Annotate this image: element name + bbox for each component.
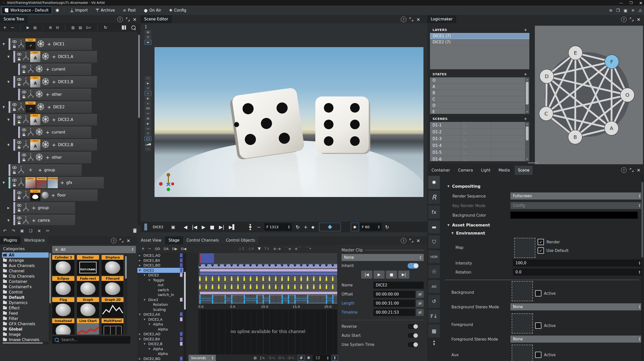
keyframe-marker-icon[interactable]: ▼▲ bbox=[249, 224, 251, 230]
tree-row-box[interactable]: YZXCasterReceiverGI Settings+gfx bbox=[9, 177, 104, 188]
categories-scrollbar[interactable] bbox=[49, 252, 51, 341]
chevron-right-icon[interactable]: ▶ bbox=[7, 206, 10, 210]
workspace-gear-icon[interactable]: ✱ bbox=[55, 8, 59, 13]
state-node-A[interactable]: A bbox=[604, 121, 619, 135]
close-panel-icon[interactable]: × bbox=[637, 18, 640, 21]
chevron-right-icon[interactable]: ▶ bbox=[139, 264, 141, 267]
stage-tree-row[interactable]: ▼Alpha bbox=[137, 322, 163, 327]
title-area-icon[interactable]: T bbox=[145, 132, 151, 136]
bounding-box-icon[interactable]: ⣏⣹ bbox=[145, 137, 151, 141]
keyframe[interactable] bbox=[212, 286, 213, 289]
chevron-down-icon[interactable]: ▼ bbox=[144, 318, 145, 321]
stage-tree-row[interactable]: ▶DICE1,BO bbox=[137, 263, 160, 268]
timeline-tracks[interactable] bbox=[199, 253, 337, 304]
expand-panel-icon[interactable] bbox=[630, 168, 633, 172]
material-wheel-icon[interactable] bbox=[42, 141, 49, 149]
snap-toggle-icon[interactable]: ✺ bbox=[307, 355, 310, 360]
material-wheel-icon[interactable] bbox=[42, 52, 49, 61]
renderer-icon[interactable]: R bbox=[428, 191, 440, 204]
active-key-button[interactable] bbox=[319, 223, 341, 231]
keyframe[interactable] bbox=[250, 278, 251, 281]
director-marker[interactable] bbox=[249, 265, 252, 267]
add-child-button[interactable]: + bbox=[52, 79, 56, 85]
chevron-down-icon[interactable]: ▼ bbox=[144, 343, 145, 345]
tree-row-box[interactable]: YZX+current bbox=[18, 63, 91, 75]
visibility-eye-icon[interactable] bbox=[12, 178, 17, 183]
keyframe[interactable] bbox=[205, 278, 207, 281]
ao-icon[interactable]: AO bbox=[428, 280, 440, 293]
director-marker[interactable] bbox=[293, 265, 296, 267]
categories-hscrollbar[interactable] bbox=[2, 342, 49, 344]
expand-panel-icon[interactable] bbox=[126, 18, 130, 21]
properties-tab-container[interactable]: Container bbox=[428, 166, 453, 175]
category-item-image[interactable]: Image bbox=[2, 332, 49, 337]
timeline-field[interactable]: 00:00:21:53 bbox=[373, 309, 415, 316]
director-marker[interactable] bbox=[325, 265, 328, 267]
tree-row-box[interactable]: YZXAlphaA+DICE2,A bbox=[13, 114, 97, 125]
director-marker[interactable] bbox=[268, 265, 271, 267]
scene-item[interactable]: D1-5... bbox=[430, 149, 525, 156]
refresh-tree-button[interactable]: ↻ bbox=[104, 25, 107, 30]
undo-icon[interactable]: ↶ bbox=[3, 228, 7, 233]
warning-icon[interactable]: ⚠ bbox=[638, 8, 642, 13]
foreground-active-checkbox[interactable] bbox=[535, 322, 541, 329]
scroll-arrows[interactable]: ▲ bbox=[428, 339, 440, 343]
performance-icon[interactable]: ▁▃▅ bbox=[145, 142, 151, 146]
keyframe[interactable] bbox=[243, 278, 245, 281]
director-marker[interactable] bbox=[287, 265, 290, 267]
play-reverse-button[interactable]: ◀ bbox=[184, 224, 188, 230]
reverse-toggle[interactable] bbox=[407, 323, 419, 330]
focus-icon[interactable]: ⌾ bbox=[145, 76, 151, 80]
chevron-down-icon[interactable]: ▼ bbox=[144, 299, 145, 301]
panel-resize-handle[interactable] bbox=[528, 162, 538, 163]
plugin-search-input[interactable]: Search... bbox=[52, 336, 130, 344]
chevron-down-icon[interactable]: ▼ bbox=[148, 348, 150, 350]
category-item-dynamics[interactable]: Dynamics bbox=[2, 300, 49, 305]
properties-tab-scene[interactable]: Scene bbox=[515, 166, 533, 175]
add-child-button[interactable]: + bbox=[52, 54, 56, 59]
tree-row-box[interactable]: YZX+camra bbox=[13, 215, 75, 225]
globe-light-icon[interactable]: ☉ bbox=[428, 265, 440, 278]
curve-smooth-icon[interactable]: ⌒◆ bbox=[285, 246, 291, 251]
offset-swap-icon[interactable]: ⇄ bbox=[416, 291, 424, 298]
scene-tree-tab[interactable]: Scene Tree bbox=[0, 15, 28, 23]
tree-row-box[interactable]: YZXAlphaA+DICE2,B bbox=[13, 139, 97, 151]
keyframe[interactable] bbox=[313, 278, 315, 281]
close-panel-icon[interactable]: × bbox=[416, 18, 420, 21]
help-icon[interactable]: ? bbox=[401, 238, 406, 243]
add-layer-button[interactable]: + bbox=[524, 27, 527, 32]
help-icon[interactable]: ? bbox=[401, 17, 406, 22]
frame-field[interactable]: F 1313 ▲▼ bbox=[264, 223, 292, 231]
info-toggle-icon[interactable]: i bbox=[332, 355, 338, 361]
grid-icon[interactable]: ⁘ bbox=[145, 147, 151, 151]
category-item-effect[interactable]: Effect bbox=[2, 305, 49, 311]
render-sequence-dropdown[interactable]: Fullscreen▲▼ bbox=[510, 192, 643, 200]
plugin-tile-fade-rect[interactable]: Fade-rect bbox=[77, 276, 99, 297]
lock-icon[interactable] bbox=[13, 170, 16, 175]
save-icon[interactable]: ▣ bbox=[20, 228, 24, 233]
material-wheel-icon[interactable] bbox=[35, 153, 43, 162]
stage-tree-row[interactable]: switch_in bbox=[137, 292, 174, 297]
visibility-eye-icon[interactable] bbox=[22, 127, 26, 132]
key-mirror-icon[interactable]: Y× bbox=[264, 246, 270, 251]
visibility-eye-icon[interactable] bbox=[22, 90, 26, 94]
play-button[interactable]: ▶ bbox=[202, 224, 205, 230]
add-child-button[interactable]: + bbox=[51, 192, 55, 198]
tree-row-box[interactable]: YZXAlphaA+DICE1,B bbox=[13, 76, 97, 88]
function-thumb-gi-settings[interactable]: GI Settings bbox=[48, 177, 58, 188]
menu-item-import[interactable]: ↓Import bbox=[66, 6, 92, 15]
plugin-tile-filecard[interactable]: Filecard bbox=[102, 276, 124, 297]
lock-icon[interactable] bbox=[17, 195, 21, 200]
spline-editor[interactable]: no spline available for this channel bbox=[199, 309, 337, 354]
chevron-right-icon[interactable]: ▶ bbox=[139, 259, 141, 262]
keyframe[interactable] bbox=[307, 278, 308, 281]
axis-transform-icon[interactable]: YZX bbox=[23, 52, 29, 61]
visibility-eye-icon[interactable] bbox=[22, 64, 26, 69]
master-clip-dropdown[interactable]: None▲▼ bbox=[342, 254, 424, 261]
material-wheel-icon[interactable] bbox=[35, 128, 43, 137]
function-thumb-alpha[interactable]: AlphaA bbox=[30, 114, 40, 125]
keyframe[interactable] bbox=[269, 286, 270, 289]
key-insert-icon[interactable] bbox=[312, 225, 314, 229]
visibility-eye-icon[interactable] bbox=[12, 39, 17, 44]
stage-tree-row[interactable]: Alpha bbox=[137, 327, 168, 332]
